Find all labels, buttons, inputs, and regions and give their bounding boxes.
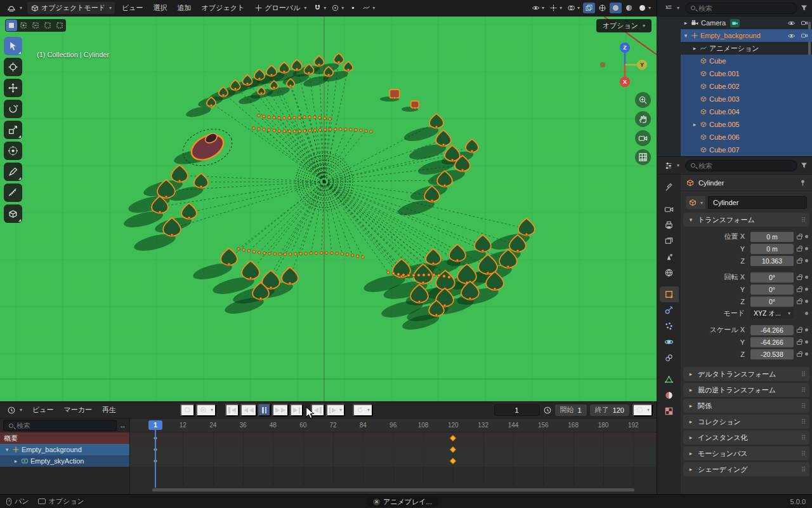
properties-tab-scene[interactable]: [660, 249, 679, 265]
id-type-button[interactable]: ▾: [686, 196, 705, 209]
pivot-dot[interactable]: [347, 3, 359, 13]
select-mode-subtract[interactable]: [30, 20, 41, 31]
properties-tab-constraints[interactable]: [660, 350, 679, 366]
tool-scale[interactable]: [4, 121, 22, 139]
properties-tab-render[interactable]: [660, 201, 679, 217]
object-name-field[interactable]: Cylinder: [708, 196, 807, 209]
nav-zoom-button[interactable]: [635, 92, 651, 108]
timeline-menu-view[interactable]: ビュー: [27, 403, 59, 417]
disable-render-icon[interactable]: [801, 19, 808, 27]
nav-grid-button[interactable]: [635, 149, 651, 165]
timeline-menu-playback[interactable]: 再生: [97, 403, 121, 417]
field-location-z[interactable]: 10.363: [750, 256, 794, 266]
channel-empty-skyaction[interactable]: ▸Empty_skyAction: [0, 455, 129, 467]
outliner-row-cube[interactable]: Cube: [657, 55, 812, 67]
properties-editor-button[interactable]: ▾: [661, 160, 683, 171]
filter-icon[interactable]: [800, 161, 808, 170]
tool-cursor[interactable]: [4, 58, 22, 76]
menu-view[interactable]: ビュー: [117, 1, 148, 15]
show-gizmos-button[interactable]: ▾: [547, 3, 564, 13]
animate-dot[interactable]: [805, 259, 808, 262]
pin-icon[interactable]: [799, 178, 807, 187]
menu-select[interactable]: 選択: [148, 1, 173, 15]
outliner-row-animation[interactable]: ▸アニメーション: [657, 42, 812, 55]
channel-summary[interactable]: 概要: [0, 432, 129, 444]
field-location-y[interactable]: 0 m: [750, 244, 794, 254]
field-rotation-x[interactable]: 0°: [750, 272, 794, 283]
tool-add-cube[interactable]: [4, 204, 22, 223]
field-scale-x[interactable]: -64.266: [750, 325, 794, 335]
properties-tab-world[interactable]: [660, 265, 679, 281]
animate-dot[interactable]: [805, 235, 808, 238]
field-rotation-y[interactable]: 0°: [750, 284, 794, 295]
panel-relations-header[interactable]: ▸関係⠿: [683, 399, 809, 413]
outliner-row-cube-005[interactable]: ▸Cube.005: [657, 118, 812, 131]
timeline-editor-button[interactable]: ▾: [4, 404, 25, 416]
tool-rotate[interactable]: [4, 100, 22, 118]
snap-magnet[interactable]: ▾: [311, 3, 328, 13]
falloff[interactable]: ▾: [360, 3, 377, 13]
lock-icon[interactable]: [797, 329, 802, 333]
playhead-line[interactable]: [155, 430, 156, 488]
filter-icon[interactable]: [800, 4, 808, 12]
animate-dot[interactable]: [805, 247, 808, 250]
lock-icon[interactable]: [797, 276, 802, 280]
select-mode-set[interactable]: [6, 20, 17, 31]
shading-wireframe-button[interactable]: [596, 3, 608, 13]
tool-transform[interactable]: [4, 142, 22, 160]
field-scale-z[interactable]: -20.538: [750, 349, 794, 359]
properties-tab-modifiers[interactable]: [660, 302, 679, 318]
panel-transform-header[interactable]: ▾ トランスフォーム ⠿: [683, 213, 809, 227]
timeline-menu-marker[interactable]: マーカー: [59, 403, 98, 417]
nav-camera-button[interactable]: [635, 130, 651, 146]
editor-type-button[interactable]: ▾: [4, 3, 25, 14]
select-mode-intersect[interactable]: [54, 20, 65, 31]
toggle-xray-button[interactable]: [583, 3, 595, 13]
animate-dot[interactable]: [805, 300, 808, 303]
hide-eye-icon[interactable]: [787, 32, 796, 40]
outliner-row-cube-007[interactable]: Cube.007: [657, 144, 812, 156]
panel-instancing-header[interactable]: ▸インスタンス化⠿: [683, 431, 809, 444]
menu-object[interactable]: オブジェクト: [197, 1, 250, 15]
outliner-editor-button[interactable]: ▾: [661, 3, 683, 14]
hide-eye-icon[interactable]: [787, 19, 796, 27]
properties-search-input[interactable]: [698, 162, 792, 170]
animate-dot[interactable]: [805, 276, 808, 279]
outliner-row-camera[interactable]: ▸Camera: [657, 17, 812, 29]
shading-material-button[interactable]: [623, 3, 635, 13]
tool-select-box[interactable]: [4, 37, 22, 55]
animate-dot[interactable]: [805, 352, 808, 356]
properties-tab-object[interactable]: [660, 286, 679, 302]
sync-dropdown[interactable]: ▾: [632, 404, 653, 417]
disclosure-arrow[interactable]: ▸: [691, 45, 698, 51]
menu-add[interactable]: 追加: [173, 1, 197, 15]
outliner-row-cube-001[interactable]: Cube.001: [657, 67, 812, 80]
channel-search-input[interactable]: [16, 422, 111, 429]
channel-empty-background[interactable]: ▾Empty_background: [0, 444, 129, 455]
next-keyframe-button[interactable]: [272, 404, 289, 417]
prev-keyframe-button[interactable]: [240, 404, 257, 417]
field-rotation-mode[interactable]: XYZ オ...▾: [750, 309, 794, 319]
disclosure-arrow[interactable]: ▸: [683, 20, 689, 26]
panel-shading-header[interactable]: ▸シェーディング⠿: [683, 462, 809, 476]
current-frame-field[interactable]: [494, 404, 540, 416]
disable-render-icon[interactable]: [801, 32, 808, 39]
timeline-hscrollbar[interactable]: [152, 488, 634, 491]
shading-solid-button[interactable]: [610, 3, 622, 13]
outliner-row-empty-background[interactable]: ▾Empty_background: [657, 29, 812, 42]
animate-dot[interactable]: [805, 328, 808, 331]
proportional-edit[interactable]: ▾: [329, 3, 346, 13]
properties-search[interactable]: [685, 160, 797, 171]
animate-dot[interactable]: [805, 340, 808, 344]
stop-icon[interactable]: ✕: [373, 498, 380, 505]
lock-icon[interactable]: [797, 260, 802, 264]
tool-measure[interactable]: [4, 184, 22, 202]
properties-tab-viewlayer[interactable]: [660, 233, 679, 249]
jump-to-start-button[interactable]: [225, 404, 239, 417]
navigation-gizmo[interactable]: ZYX: [597, 37, 653, 93]
pause-button[interactable]: [258, 404, 271, 417]
expand-icon[interactable]: ↔: [119, 422, 126, 429]
options-dropdown[interactable]: オプション▾: [596, 19, 652, 32]
outliner-row-cube-002[interactable]: Cube.002: [657, 80, 812, 93]
outliner-search[interactable]: [685, 3, 797, 14]
